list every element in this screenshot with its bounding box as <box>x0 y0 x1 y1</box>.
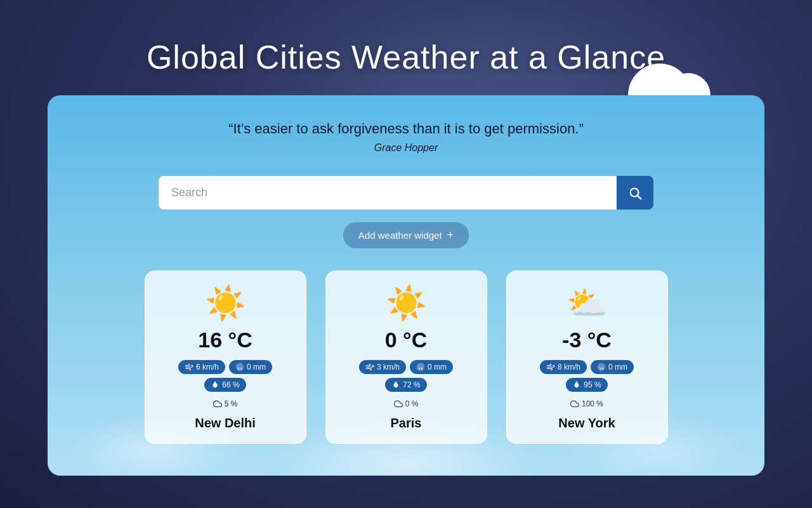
weather-widgets-row: ☀️ 16 °C 6 km/h 0 mm <box>145 271 668 444</box>
cloud-icon <box>570 399 579 408</box>
wind-icon <box>185 363 193 371</box>
wind-badge: 3 km/h <box>359 360 406 374</box>
weather-icon: ⛅ <box>566 284 608 323</box>
rain-icon <box>416 363 425 371</box>
cloud-stat: 0 % <box>394 399 419 408</box>
wind-icon <box>365 363 374 371</box>
humidity-badge: 72 % <box>385 378 426 392</box>
weather-icon: ☀️ <box>205 284 246 323</box>
cloud-icon <box>213 399 222 408</box>
search-icon <box>628 186 642 200</box>
add-widget-label: Add weather widget <box>358 230 442 241</box>
quote-text: “It’s easier to ask forgiveness than it … <box>228 121 584 137</box>
temperature: 16 °C <box>198 328 252 352</box>
search-container <box>159 176 653 210</box>
wind-badge: 8 km/h <box>540 360 587 374</box>
rain-badge: 0 mm <box>410 360 453 374</box>
humidity-icon <box>572 380 581 389</box>
temperature: -3 °C <box>562 328 612 352</box>
rain-icon <box>235 363 244 371</box>
city-name: New York <box>558 416 615 431</box>
humidity-badge: 66 % <box>204 378 246 392</box>
weather-widget: ☀️ 0 °C 3 km/h 0 mm <box>325 271 487 444</box>
weather-stats: 3 km/h 0 mm 72 % <box>341 360 471 392</box>
city-name: Paris <box>391 416 422 431</box>
cloud-stat: 100 % <box>570 399 603 408</box>
svg-line-1 <box>638 196 641 199</box>
rain-badge: 0 mm <box>591 360 634 374</box>
main-card: “It’s easier to ask forgiveness than it … <box>48 95 764 476</box>
cloud-stat: 5 % <box>213 399 238 408</box>
rain-icon <box>597 363 606 371</box>
humidity-badge: 95 % <box>566 378 607 392</box>
search-button[interactable] <box>617 176 653 210</box>
quote-author: Grace Hopper <box>374 142 438 154</box>
search-input[interactable] <box>159 176 617 210</box>
weather-icon: ☀️ <box>386 284 427 323</box>
city-name: New Delhi <box>195 416 256 431</box>
wind-badge: 6 km/h <box>178 360 225 374</box>
wind-icon <box>546 363 555 371</box>
plus-icon: + <box>447 229 454 242</box>
temperature: 0 °C <box>385 328 428 352</box>
weather-stats: 8 km/h 0 mm 95 % <box>522 360 652 392</box>
add-widget-button[interactable]: Add weather widget + <box>343 222 469 248</box>
humidity-icon <box>391 380 400 389</box>
page-title: Global Cities Weather at a Glance <box>147 38 665 76</box>
weather-widget: ⛅ -3 °C 8 km/h 0 mm <box>506 271 668 444</box>
weather-stats: 6 km/h 0 mm 66 % <box>160 360 291 392</box>
rain-badge: 0 mm <box>229 360 272 374</box>
humidity-icon <box>211 380 219 389</box>
weather-widget: ☀️ 16 °C 6 km/h 0 mm <box>145 271 306 444</box>
cloud-icon <box>394 399 403 408</box>
